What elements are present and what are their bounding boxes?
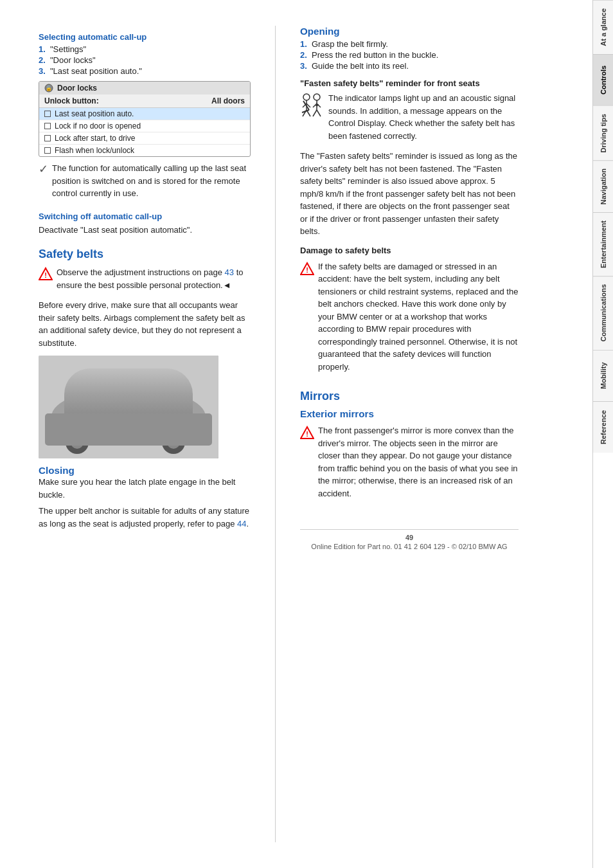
column-divider xyxy=(275,26,276,842)
door-locks-icon: 🔓 xyxy=(44,84,53,93)
warning-triangle-icon: ! xyxy=(39,267,53,281)
fasten-reminder-text2: The "Fasten safety belts" reminder is is… xyxy=(300,150,519,238)
door-locks-header: 🔓 Door locks xyxy=(39,82,250,95)
svg-text:!: ! xyxy=(306,430,308,438)
door-locks-box: 🔓 Door locks Unlock button: All doors La… xyxy=(39,81,251,157)
closing-text2: The upper belt anchor is suitable for ad… xyxy=(39,505,251,530)
callup-note: ✓ The function for automatically calling… xyxy=(39,162,251,204)
switching-off-title: Switching off automatic call-up xyxy=(39,212,251,221)
selecting-callup-title: Selecting automatic call-up xyxy=(39,32,251,42)
page-link-43[interactable]: 43 xyxy=(225,267,234,277)
step-2: 2. "Door locks" xyxy=(39,55,251,65)
switching-off-text: Deactivate "Last seat position automatic… xyxy=(39,224,251,237)
svg-line-13 xyxy=(103,426,141,429)
svg-text:!: ! xyxy=(306,266,308,274)
door-locks-title: Door locks xyxy=(57,84,97,93)
note-icon: ✓ xyxy=(39,162,48,176)
sidebar-tab-reference[interactable]: Reference xyxy=(593,401,613,453)
svg-point-10 xyxy=(162,431,185,454)
doorlocks-item-0: Last seat position auto. xyxy=(39,108,250,120)
doorlocks-item-2: Lock after start, to drive xyxy=(39,132,250,145)
sidebar-tab-navigation[interactable]: Navigation xyxy=(593,160,613,212)
doorlocks-item-3: Flash when lock/unlock xyxy=(39,145,250,156)
opening-step-1: 1. Grasp the belt firmly. xyxy=(300,39,519,49)
fasten-reminder-title: "Fasten safety belts" reminder for front… xyxy=(300,78,519,88)
seatbelt-figure-icon xyxy=(300,92,323,127)
svg-line-25 xyxy=(317,110,321,116)
fasten-reminder-text1: The indicator lamps light up and an acou… xyxy=(328,92,519,142)
damage-belts-content: ! If the safety belts are damaged or str… xyxy=(300,260,519,377)
damage-warning-icon: ! xyxy=(300,262,314,276)
safety-belts-title: Safety belts xyxy=(39,248,251,261)
exterior-mirrors-title: Exterior mirrors xyxy=(300,408,519,419)
svg-point-9 xyxy=(71,436,84,449)
svg-point-22 xyxy=(314,94,320,100)
step-1: 1. "Settings" xyxy=(39,44,251,54)
exterior-mirrors-text: The front passenger's mirror is more con… xyxy=(318,424,519,500)
opening-step-2: 2. Press the red button in the buckle. xyxy=(300,50,519,60)
door-locks-subheader: Unlock button: All doors xyxy=(39,95,250,108)
checkbox-0 xyxy=(44,111,51,117)
footer-text: Online Edition for Part no. 01 41 2 604 … xyxy=(300,543,519,550)
svg-point-6 xyxy=(77,375,180,420)
page-number: 49 xyxy=(300,534,519,541)
sidebar-tab-at-a-glance[interactable]: At a glance xyxy=(593,0,613,54)
opening-steps: 1. Grasp the belt firmly. 2. Press the r… xyxy=(300,39,519,71)
svg-line-12 xyxy=(129,388,141,426)
sidebar-tab-communications[interactable]: Communications xyxy=(593,276,613,349)
safety-belts-warning: ! Observe the adjustment instructions on… xyxy=(39,266,251,295)
svg-point-8 xyxy=(66,431,89,454)
left-column: Selecting automatic call-up 1. "Settings… xyxy=(39,26,251,842)
seatbelt-icons xyxy=(300,92,323,127)
checkbox-1 xyxy=(44,123,51,129)
damage-belts-title: Damage to safety belts xyxy=(300,246,519,255)
sidebar-tab-controls[interactable]: Controls xyxy=(593,54,613,105)
sidebar: At a glance Controls Driving tips Naviga… xyxy=(592,0,613,868)
exterior-mirrors-content: ! The front passenger's mirror is more c… xyxy=(300,424,519,503)
mirrors-title: Mirrors xyxy=(300,390,519,403)
exterior-mirror-warning-icon: ! xyxy=(300,426,314,440)
svg-text:!: ! xyxy=(44,271,47,279)
checkbox-3 xyxy=(44,147,51,154)
car-illustration xyxy=(39,356,218,458)
page-link-44[interactable]: 44 xyxy=(237,519,246,529)
car-image xyxy=(39,356,218,458)
sidebar-tab-entertainment[interactable]: Entertainment xyxy=(593,212,613,276)
doorlocks-item-1: Lock if no door is opened xyxy=(39,120,250,132)
checkbox-2 xyxy=(44,135,51,141)
svg-point-14 xyxy=(303,94,310,100)
sidebar-tab-driving-tips[interactable]: Driving tips xyxy=(593,105,613,161)
sidebar-tab-mobility[interactable]: Mobility xyxy=(593,350,613,401)
opening-step-3: 3. Guide the belt into its reel. xyxy=(300,61,519,71)
svg-point-11 xyxy=(167,436,180,449)
svg-line-24 xyxy=(313,110,317,116)
safety-belts-text: Before every drive, make sure that all o… xyxy=(39,299,251,349)
closing-title: Closing xyxy=(39,465,251,476)
opening-title: Opening xyxy=(300,26,519,37)
damage-belts-text: If the safety belts are damaged or stres… xyxy=(318,260,519,374)
right-column: Opening 1. Grasp the belt firmly. 2. Pre… xyxy=(300,26,519,842)
step-3: 3. "Last seat position auto." xyxy=(39,66,251,76)
fasten-reminder-content: The indicator lamps light up and an acou… xyxy=(300,92,519,146)
svg-text:🔓: 🔓 xyxy=(46,85,52,91)
selecting-steps: 1. "Settings" 2. "Door locks" 3. "Last s… xyxy=(39,44,251,76)
page-footer: 49 Online Edition for Part no. 01 41 2 6… xyxy=(300,529,519,550)
svg-rect-4 xyxy=(39,356,218,458)
svg-point-5 xyxy=(51,388,206,446)
svg-rect-7 xyxy=(51,420,206,439)
closing-text1: Make sure you hear the latch plate engag… xyxy=(39,476,251,501)
